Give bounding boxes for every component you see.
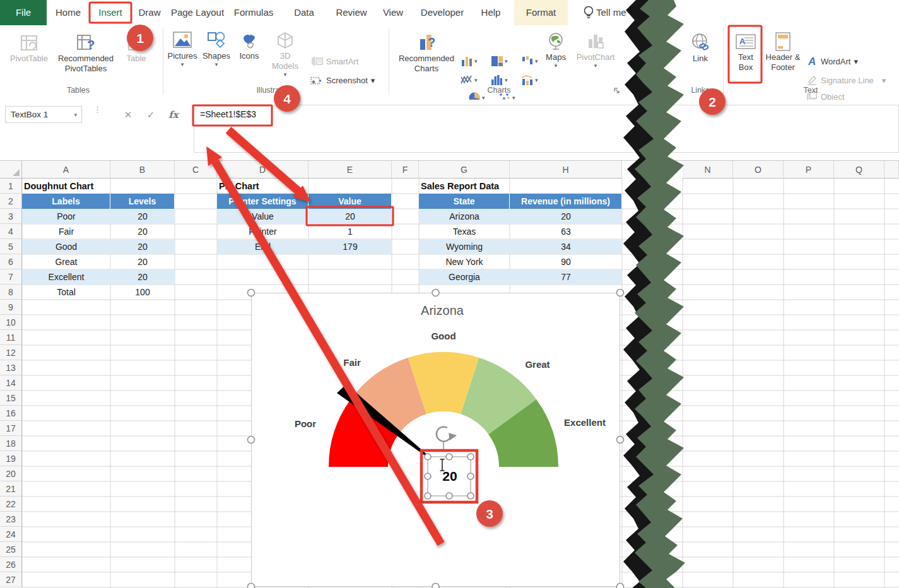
row-header-12[interactable]: 12 [0,345,22,360]
doughnut-cell[interactable]: Total [22,285,110,300]
3d-models-button[interactable]: 3D Models▾ [267,30,303,77]
smartart-button[interactable]: SmartArt [310,56,358,67]
doughnut-cell[interactable]: Excellent [22,269,110,285]
recommended-pivottables-button[interactable]: ? Recommended PivotTables [53,33,119,74]
tab-file[interactable]: File [0,0,47,25]
row-header-5[interactable]: 5 [0,239,22,254]
wordart-button[interactable]: A WordArt▾ [806,56,858,67]
pivotchart-button[interactable]: PivotChart▾ [573,32,618,68]
insert-histogram-chart-button[interactable]: ▾ [491,74,508,86]
pie-cell[interactable]: End [217,239,308,254]
column-header-partial[interactable] [884,161,899,179]
row-header-11[interactable]: 11 [0,330,22,345]
column-header-A[interactable]: A [22,161,110,179]
tab-format[interactable]: Format [514,0,568,25]
insert-combo-chart-button[interactable]: ▾ [521,74,538,86]
sales-header-cell[interactable]: Revenue (in millions) [510,194,622,209]
column-header-B[interactable]: B [110,161,175,179]
charts-dialog-launcher-icon[interactable] [613,86,621,97]
name-box[interactable]: TextBox 1 ▾ [5,106,82,123]
row-header-4[interactable]: 4 [0,224,22,239]
sales-cell[interactable]: New York [419,254,510,269]
row-header-22[interactable]: 22 [0,497,22,512]
sales-cell[interactable]: 63 [510,224,622,239]
name-box-dropdown-icon[interactable]: ▾ [74,112,77,118]
doughnut-cell[interactable]: 20 [110,209,175,224]
row-header-2[interactable]: 2 [0,194,22,209]
doughnut-cell[interactable]: Great [22,254,110,269]
row-header-3[interactable]: 3 [0,209,22,224]
pie-cell[interactable]: Pointer [217,224,308,239]
icons-button[interactable]: Icons [235,30,264,61]
doughnut-header-cell[interactable]: Levels [110,194,175,209]
row-header-15[interactable]: 15 [0,391,22,406]
sales-cell[interactable]: Arizona [419,209,510,224]
column-header-Q[interactable]: Q [834,161,884,179]
maps-button[interactable]: Maps▾ [541,32,570,68]
sales-header-cell[interactable]: State [419,194,510,209]
tab-review[interactable]: Review [328,0,375,25]
column-header-C[interactable]: C [175,161,217,179]
sales-cell[interactable]: Texas [419,224,510,239]
row-header-27[interactable]: 27 [0,572,22,587]
tab-insert[interactable]: Insert [90,0,131,25]
pie-cell[interactable]: Value [217,209,308,224]
pie-cell[interactable]: 20 [308,209,392,224]
row-header-1[interactable]: 1 [0,179,22,194]
row-header-9[interactable]: 9 [0,300,22,315]
doughnut-cell[interactable]: Poor [22,209,110,224]
text-box-button[interactable]: A Text Box [731,32,761,73]
column-header-N[interactable]: N [683,161,733,179]
pie-header-cell[interactable]: Value [308,194,392,209]
row-header-21[interactable]: 21 [0,481,22,497]
doughnut-cell[interactable]: 20 [110,224,175,239]
column-header-O[interactable]: O [733,161,784,179]
enter-icon[interactable]: ✓ [141,106,160,123]
sales-cell[interactable]: Wyoming [419,239,510,254]
row-header-18[interactable]: 18 [0,436,22,451]
tell-me-box[interactable]: Tell me [596,0,635,25]
formula-input[interactable]: =Sheet1!$E$3 [194,105,899,153]
recommended-charts-button[interactable]: ? Recommended Charts [394,32,459,74]
pie-cell[interactable]: 179 [308,239,392,254]
tab-page-layout[interactable]: Page Layout [168,0,227,25]
row-header-24[interactable]: 24 [0,527,22,542]
column-header-G[interactable]: G [419,161,510,179]
header-footer-button[interactable]: Header & Footer [765,32,801,73]
tab-view[interactable]: View [375,0,411,25]
signature-line-button[interactable]: Signature Line▾ [806,74,886,86]
column-header-D[interactable]: D [217,161,308,179]
sales-cell[interactable]: 20 [510,209,622,224]
insert-column-chart-button[interactable]: ▾ [461,55,478,68]
gauge-value-textbox[interactable]: 20 [428,469,471,486]
screenshot-button[interactable]: Screenshot▾ [310,74,375,86]
pivottable-button[interactable]: PivotTable [9,33,49,64]
row-header-26[interactable]: 26 [0,557,22,572]
row-header-13[interactable]: 13 [0,360,22,375]
doughnut-cell[interactable]: 20 [110,269,175,285]
insert-hierarchy-chart-button[interactable]: ▾ [491,55,508,68]
doughnut-cell[interactable]: 20 [110,254,175,269]
insert-waterfall-chart-button[interactable]: ▾ [521,55,538,68]
gauge-chart[interactable]: Arizona PoorFairGoodGreatExcellent 20 [251,293,620,587]
tab-data[interactable]: Data [280,0,328,25]
select-all-corner[interactable] [0,161,22,179]
column-header-P[interactable]: P [784,161,834,179]
doughnut-cell[interactable]: 20 [110,239,175,254]
column-header-E[interactable]: E [308,161,392,179]
shapes-button[interactable]: Shapes▾ [201,30,232,67]
column-header-H[interactable]: H [510,161,622,179]
tab-formulas[interactable]: Formulas [227,0,280,25]
rotate-handle-icon[interactable] [437,427,457,442]
row-header-25[interactable]: 25 [0,542,22,557]
row-header-10[interactable]: 10 [0,315,22,330]
pictures-button[interactable]: Pictures▾ [167,30,198,67]
row-header-16[interactable]: 16 [0,406,22,421]
pie-cell[interactable]: 1 [308,224,392,239]
doughnut-cell[interactable]: Fair [22,224,110,239]
insert-function-icon[interactable]: fx [164,106,183,123]
row-header-7[interactable]: 7 [0,269,22,285]
sales-cell[interactable]: 90 [510,254,622,269]
doughnut-cell[interactable]: 100 [110,285,175,300]
sales-cell[interactable]: Georgia [419,269,510,285]
